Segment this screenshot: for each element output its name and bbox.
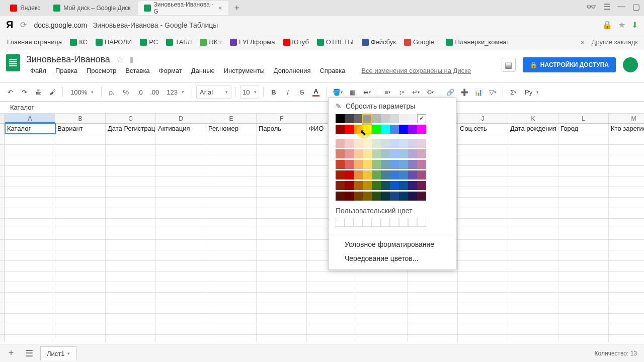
cell[interactable] bbox=[206, 145, 257, 155]
cell[interactable] bbox=[206, 261, 257, 271]
color-swatch[interactable] bbox=[363, 181, 372, 190]
color-swatch[interactable] bbox=[381, 192, 390, 201]
merge-button[interactable]: ⬌▾ bbox=[361, 85, 373, 99]
cell[interactable] bbox=[206, 208, 257, 218]
color-swatch[interactable] bbox=[363, 125, 372, 134]
column-header[interactable]: F bbox=[257, 114, 307, 123]
incognito-icon[interactable]: 👓 bbox=[586, 2, 596, 12]
close-icon[interactable]: × bbox=[218, 4, 222, 12]
cell[interactable] bbox=[156, 229, 206, 239]
color-swatch[interactable] bbox=[390, 125, 399, 134]
column-header[interactable]: K bbox=[508, 114, 558, 123]
cell[interactable] bbox=[206, 134, 257, 144]
cell[interactable] bbox=[508, 166, 558, 176]
filter-button[interactable]: ▽▾ bbox=[487, 85, 499, 99]
cell[interactable] bbox=[206, 324, 257, 334]
menu-insert[interactable]: Вставка bbox=[121, 66, 153, 75]
cell[interactable] bbox=[408, 282, 458, 292]
cell[interactable] bbox=[5, 166, 55, 176]
cell[interactable] bbox=[5, 293, 55, 303]
color-swatch[interactable] bbox=[381, 170, 390, 179]
cell[interactable] bbox=[357, 314, 408, 324]
color-swatch[interactable] bbox=[381, 160, 390, 169]
color-swatch[interactable] bbox=[417, 181, 426, 190]
color-swatch[interactable] bbox=[417, 149, 426, 158]
cell[interactable] bbox=[508, 219, 558, 229]
cell[interactable] bbox=[609, 219, 644, 229]
cell[interactable]: Вариант bbox=[55, 124, 106, 134]
custom-swatch[interactable] bbox=[336, 218, 345, 227]
cell[interactable] bbox=[458, 229, 508, 239]
cell[interactable] bbox=[307, 335, 357, 342]
cell[interactable]: Каталог bbox=[5, 124, 55, 134]
minimize-icon[interactable]: — bbox=[617, 2, 625, 12]
cell[interactable] bbox=[508, 282, 558, 292]
color-swatch[interactable] bbox=[336, 139, 345, 148]
custom-swatch[interactable] bbox=[417, 218, 426, 227]
bookmark-item[interactable]: Планерки_комнат bbox=[443, 38, 512, 46]
cell[interactable] bbox=[257, 145, 307, 155]
cell[interactable] bbox=[106, 208, 156, 218]
cell[interactable] bbox=[508, 293, 558, 303]
cell[interactable] bbox=[458, 324, 508, 334]
row-header[interactable] bbox=[0, 272, 5, 282]
cell[interactable] bbox=[55, 335, 106, 342]
wrap-button[interactable]: ↵▾ bbox=[410, 85, 422, 99]
cell[interactable] bbox=[458, 261, 508, 271]
cell[interactable] bbox=[5, 272, 55, 282]
cell[interactable] bbox=[508, 250, 558, 260]
font-select[interactable]: Arial▾ bbox=[196, 85, 231, 99]
cell[interactable] bbox=[106, 293, 156, 303]
cell[interactable] bbox=[5, 303, 55, 313]
bookmark-item[interactable]: ГУГЛформа bbox=[227, 38, 278, 46]
cell[interactable] bbox=[558, 229, 609, 239]
color-swatch[interactable] bbox=[381, 125, 390, 134]
folder-icon[interactable]: ▮ bbox=[129, 55, 134, 64]
cell[interactable] bbox=[508, 261, 558, 271]
cell[interactable] bbox=[5, 134, 55, 144]
color-swatch[interactable] bbox=[372, 181, 381, 190]
cell[interactable] bbox=[156, 282, 206, 292]
cell[interactable] bbox=[609, 145, 644, 155]
color-swatch[interactable] bbox=[354, 139, 363, 148]
cell[interactable] bbox=[458, 335, 508, 342]
conditional-formatting-button[interactable]: Условное форматирование bbox=[329, 237, 456, 251]
color-swatch[interactable] bbox=[399, 139, 408, 148]
custom-swatch[interactable] bbox=[390, 218, 399, 227]
cell[interactable] bbox=[558, 219, 609, 229]
cell[interactable] bbox=[257, 219, 307, 229]
color-swatch[interactable] bbox=[417, 114, 426, 123]
cell[interactable]: Пароль bbox=[257, 124, 307, 134]
cell[interactable] bbox=[307, 272, 357, 282]
color-swatch[interactable] bbox=[381, 149, 390, 158]
cell[interactable] bbox=[458, 219, 508, 229]
column-header[interactable]: B bbox=[55, 114, 106, 123]
cell[interactable] bbox=[106, 198, 156, 208]
cell[interactable] bbox=[55, 208, 106, 218]
cell[interactable] bbox=[156, 166, 206, 176]
cell[interactable] bbox=[408, 272, 458, 282]
cell[interactable] bbox=[55, 282, 106, 292]
color-swatch[interactable] bbox=[390, 160, 399, 169]
row-header[interactable] bbox=[0, 250, 5, 260]
cell[interactable] bbox=[257, 303, 307, 313]
color-swatch[interactable] bbox=[363, 192, 372, 201]
menu-file[interactable]: Файл bbox=[26, 66, 50, 75]
color-swatch[interactable] bbox=[336, 149, 345, 158]
row-header[interactable] bbox=[0, 314, 5, 324]
cell[interactable] bbox=[257, 198, 307, 208]
row-header[interactable] bbox=[0, 229, 5, 239]
cell[interactable] bbox=[609, 229, 644, 239]
color-swatch[interactable] bbox=[354, 114, 363, 123]
row-header[interactable] bbox=[0, 261, 5, 271]
cell[interactable] bbox=[609, 250, 644, 260]
cell[interactable] bbox=[156, 324, 206, 334]
color-swatch[interactable] bbox=[345, 170, 354, 179]
cell[interactable] bbox=[106, 176, 156, 187]
cell[interactable] bbox=[609, 176, 644, 187]
color-swatch[interactable] bbox=[363, 160, 372, 169]
cell[interactable] bbox=[257, 261, 307, 271]
color-swatch[interactable] bbox=[390, 181, 399, 190]
color-swatch[interactable] bbox=[408, 160, 417, 169]
cell[interactable] bbox=[609, 208, 644, 218]
